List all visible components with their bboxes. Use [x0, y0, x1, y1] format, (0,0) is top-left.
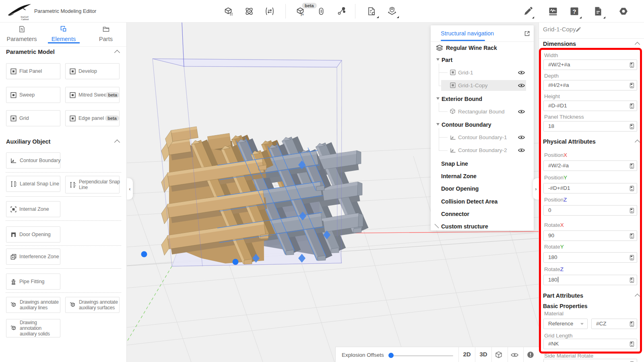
svg-text:?: ? — [572, 8, 576, 15]
svg-text:fx: fx — [301, 12, 304, 16]
svg-text:Cabinet: Cabinet — [21, 18, 29, 20]
